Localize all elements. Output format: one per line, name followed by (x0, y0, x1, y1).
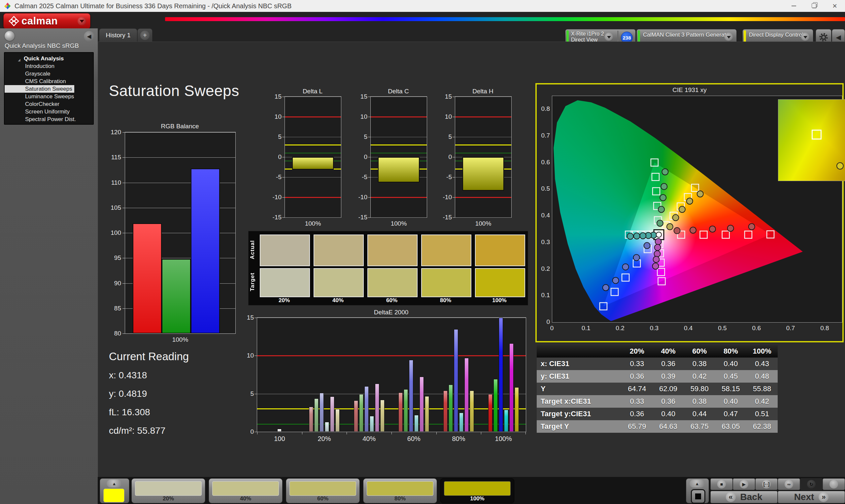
pattern-label: 20% (132, 496, 205, 502)
next-label: Next (794, 492, 814, 502)
y-axis-tick-label: 0.6 (537, 159, 550, 166)
table-column-header: 60% (684, 345, 715, 358)
tab-label: History 1 (106, 32, 131, 39)
measured-marker (654, 251, 661, 257)
gridline (257, 318, 526, 318)
measured-marker (634, 233, 640, 239)
deltae-bar (335, 409, 340, 432)
tick-mark (122, 308, 125, 309)
x-tick-mark (391, 432, 392, 434)
next-button[interactable]: Next » (778, 491, 845, 503)
x-axis-tick-label: 0.8 (817, 325, 832, 332)
tick-mark (368, 197, 370, 198)
sidebar-sphere-button[interactable] (5, 31, 15, 41)
rgb-balance-title: RGB Balance (125, 123, 235, 130)
tree-root-quick-analysis[interactable]: ◢ Quick Analysis (5, 55, 93, 62)
swatch-actual-80% (421, 235, 471, 266)
table-cell: 0.43 (746, 358, 778, 370)
tab-history-1[interactable]: History 1 (99, 29, 137, 42)
gridline (455, 137, 511, 137)
x-tick-mark (257, 432, 258, 434)
x-axis-label: 100% (455, 220, 511, 227)
play-button[interactable]: ▶ (733, 478, 755, 490)
pattern-chip (444, 481, 511, 496)
gridline (125, 157, 235, 158)
measured-marker (687, 198, 693, 204)
table-cell: 0.33 (621, 358, 653, 370)
measured-marker (690, 227, 696, 233)
pattern-button-60%[interactable]: 60% (286, 478, 360, 503)
refresh-button[interactable]: ↻ (800, 478, 823, 490)
axis-tick-label: 120 (104, 129, 121, 136)
table-cell: 65.79 (621, 420, 653, 433)
close-button[interactable]: × (825, 0, 845, 12)
cie-1931-panel[interactable]: CIE 1931 xy 00.10.20.30.40.50.60.70.800.… (535, 83, 844, 342)
table-cell: 0.39 (653, 370, 684, 383)
pattern-button-100%[interactable]: 100% (440, 478, 514, 503)
pattern-button-80%[interactable]: 80% (363, 478, 437, 503)
tick-mark (122, 183, 125, 183)
add-tab-button[interactable]: + (137, 29, 153, 42)
table-cell: 64.63 (653, 420, 684, 433)
blank-button[interactable] (823, 478, 845, 490)
inset-target-marker (812, 130, 822, 140)
pattern-label: 80% (364, 496, 437, 502)
table-cell: 58.15 (715, 383, 746, 395)
sidebar-item-screen-uniformity[interactable]: Screen Uniformity (5, 108, 93, 115)
x-axis-label: 100% (371, 220, 427, 227)
axis-tick-label: -10 (264, 194, 282, 201)
axis-tick-label: 105 (104, 204, 121, 212)
table-cell: 62.38 (746, 420, 778, 433)
pattern-button-40%[interactable]: 40% (209, 478, 283, 503)
measured-marker (613, 277, 619, 284)
tick-mark (254, 432, 257, 432)
x-tick-mark (436, 432, 437, 434)
tick-mark (453, 197, 455, 198)
sidebar-item-spectral-power-dist-[interactable]: Spectral Power Dist. (5, 115, 93, 123)
measured-marker (652, 263, 658, 269)
tick-mark (453, 217, 455, 218)
pattern-button-20%[interactable]: 20% (131, 478, 205, 503)
back-label: Back (740, 492, 762, 502)
tick-mark (282, 197, 284, 198)
sidebar-item-luminance-sweeps[interactable]: Luminance Sweeps (5, 93, 93, 100)
target-marker (651, 159, 658, 166)
sidebar-item-grayscale[interactable]: Grayscale (5, 70, 93, 77)
sidebar-item-colorchecker[interactable]: ColorChecker (5, 100, 93, 108)
loop-button[interactable]: ∞ (778, 478, 800, 490)
sidebar-item-saturation-sweeps[interactable]: Saturation Sweeps (5, 85, 74, 93)
axis-tick-label: -15 (350, 214, 367, 221)
stop-button[interactable]: ■ (710, 478, 733, 490)
tick-mark (122, 132, 125, 132)
y-axis-tick-label: 0.2 (537, 265, 550, 272)
app-logo-icon (4, 2, 11, 10)
minimize-icon (792, 6, 796, 6)
step-button[interactable]: [··] (755, 478, 778, 490)
y-axis-tick-label: 0.3 (537, 238, 550, 246)
swatch-col-label: 40% (314, 297, 363, 304)
chevron-down-icon (77, 17, 86, 25)
table-cell: 0.51 (746, 408, 778, 420)
back-button[interactable]: « Back (710, 491, 778, 503)
current-reading-block: Current Reading x: 0.4318y: 0.4819fL: 16… (109, 350, 189, 444)
expand-transport-button[interactable]: ▲ (689, 480, 705, 487)
measured-marker (674, 228, 680, 234)
limit-line (257, 424, 526, 425)
sidebar-collapse-button[interactable]: ◀ (84, 31, 94, 41)
axis-tick-label: 95 (104, 254, 121, 262)
tree-expander-icon[interactable]: ◢ (18, 56, 20, 64)
loop-icon: ∞ (785, 480, 793, 488)
y-axis-tick-label: 0 (537, 318, 550, 326)
pattern-window-button[interactable] (691, 489, 705, 504)
table-column-header: 80% (715, 345, 746, 358)
calman-menu-button[interactable]: calman (3, 13, 90, 29)
table-row-label: y: CIE31 (537, 370, 621, 383)
expand-patterns-button[interactable]: ▲ (107, 480, 122, 487)
minimize-button[interactable] (784, 0, 804, 12)
axis-tick-label: -5 (264, 174, 282, 181)
swatch-col-label: 60% (367, 297, 416, 304)
deltae-bar (359, 394, 364, 432)
maximize-button[interactable] (804, 0, 825, 12)
swatch-target-80% (421, 268, 471, 297)
sidebar-item-cms-calibration[interactable]: CMS Calibration (5, 77, 93, 85)
